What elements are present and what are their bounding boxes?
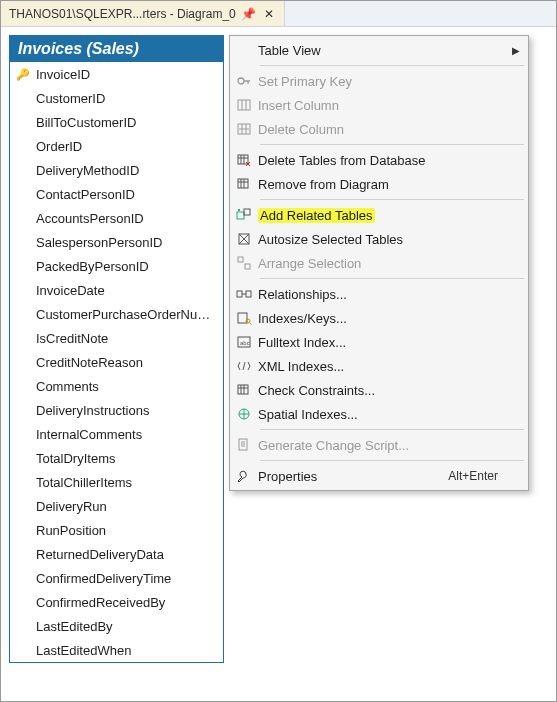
highlight: Add Related Tables	[258, 208, 375, 223]
separator	[260, 460, 524, 461]
column-list: 🔑InvoiceIDCustomerIDBillToCustomerIDOrde…	[10, 62, 223, 662]
column-name: IsCreditNote	[36, 331, 217, 346]
column-name: ConfirmedDeliveryTime	[36, 571, 217, 586]
column-row[interactable]: ContactPersonID	[10, 182, 223, 206]
column-row[interactable]: CreditNoteReason	[10, 350, 223, 374]
primary-key-icon: 🔑	[16, 68, 30, 81]
column-name: AccountsPersonID	[36, 211, 217, 226]
context-menu: Table View ▶ Set Primary Key Insert Colu…	[229, 35, 529, 491]
column-row[interactable]: CustomerID	[10, 86, 223, 110]
column-row[interactable]: DeliveryRun	[10, 494, 223, 518]
menu-autosize-tables[interactable]: Autosize Selected Tables	[230, 227, 528, 251]
separator	[260, 199, 524, 200]
svg-rect-1	[238, 100, 250, 110]
column-row[interactable]: InvoiceDate	[10, 278, 223, 302]
autosize-icon	[230, 231, 258, 247]
column-name: ReturnedDeliveryData	[36, 547, 217, 562]
column-row[interactable]: SalespersonPersonID	[10, 230, 223, 254]
tab-bar: THANOS01\SQLEXPR...rters - Diagram_0 📌 ✕	[1, 1, 556, 27]
menu-relationships[interactable]: Relationships...	[230, 282, 528, 306]
menu-set-primary-key: Set Primary Key	[230, 69, 528, 93]
menu-remove-from-diagram[interactable]: Remove from Diagram	[230, 172, 528, 196]
menu-label: Table View	[258, 43, 498, 58]
menu-label: XML Indexes...	[258, 359, 498, 374]
remove-table-icon	[230, 176, 258, 192]
menu-spatial-indexes[interactable]: Spatial Indexes...	[230, 402, 528, 426]
svg-rect-8	[238, 257, 243, 262]
column-row[interactable]: RunPosition	[10, 518, 223, 542]
column-name: TotalChillerItems	[36, 475, 217, 490]
menu-xml-indexes[interactable]: XML Indexes...	[230, 354, 528, 378]
check-icon	[230, 382, 258, 398]
menu-delete-column: Delete Column	[230, 117, 528, 141]
column-name: ContactPersonID	[36, 187, 217, 202]
svg-rect-4	[238, 179, 248, 188]
menu-label: Remove from Diagram	[258, 177, 498, 192]
column-row[interactable]: PackedByPersonID	[10, 254, 223, 278]
menu-label: Insert Column	[258, 98, 498, 113]
column-name: OrderID	[36, 139, 217, 154]
column-name: TotalDryItems	[36, 451, 217, 466]
column-name: BillToCustomerID	[36, 115, 217, 130]
column-row[interactable]: DeliveryMethodID	[10, 158, 223, 182]
column-row[interactable]: TotalChillerItems	[10, 470, 223, 494]
svg-rect-11	[246, 291, 251, 297]
menu-label: Fulltext Index...	[258, 335, 498, 350]
menu-indexes-keys[interactable]: Indexes/Keys...	[230, 306, 528, 330]
column-name: SalespersonPersonID	[36, 235, 217, 250]
column-name: DeliveryMethodID	[36, 163, 217, 178]
menu-label: Relationships...	[258, 287, 498, 302]
column-row[interactable]: LastEditedWhen	[10, 638, 223, 662]
document-tab[interactable]: THANOS01\SQLEXPR...rters - Diagram_0 📌 ✕	[1, 1, 285, 26]
svg-rect-6	[244, 209, 250, 215]
pin-icon[interactable]: 📌	[242, 7, 256, 21]
menu-delete-tables[interactable]: Delete Tables from Database	[230, 148, 528, 172]
table-card-invoices[interactable]: Invoices (Sales) 🔑InvoiceIDCustomerIDBil…	[9, 35, 224, 663]
add-related-icon	[230, 207, 258, 223]
menu-properties[interactable]: Properties Alt+Enter	[230, 464, 528, 488]
menu-label: Indexes/Keys...	[258, 311, 498, 326]
shortcut-text: Alt+Enter	[448, 469, 498, 483]
column-name: CreditNoteReason	[36, 355, 217, 370]
relationships-icon	[230, 286, 258, 302]
svg-text:abc: abc	[240, 340, 250, 346]
column-row[interactable]: 🔑InvoiceID	[10, 62, 223, 86]
menu-label: Check Constraints...	[258, 383, 498, 398]
key-icon	[230, 73, 258, 89]
column-row[interactable]: ConfirmedDeliveryTime	[10, 566, 223, 590]
column-row[interactable]: TotalDryItems	[10, 446, 223, 470]
menu-label: Add Related Tables	[258, 208, 498, 223]
menu-fulltext-index[interactable]: abc Fulltext Index...	[230, 330, 528, 354]
column-row[interactable]: BillToCustomerID	[10, 110, 223, 134]
menu-arrange-selection: Arrange Selection	[230, 251, 528, 275]
svg-rect-16	[238, 385, 248, 394]
column-row[interactable]: OrderID	[10, 134, 223, 158]
menu-label: Generate Change Script...	[258, 438, 498, 453]
column-row[interactable]: InternalComments	[10, 422, 223, 446]
svg-rect-9	[245, 264, 250, 269]
menu-table-view[interactable]: Table View ▶	[230, 38, 528, 62]
column-row[interactable]: ReturnedDeliveryData	[10, 542, 223, 566]
menu-check-constraints[interactable]: Check Constraints...	[230, 378, 528, 402]
menu-add-related-tables[interactable]: Add Related Tables	[230, 203, 528, 227]
column-name: CustomerPurchaseOrderNumber	[36, 307, 217, 322]
column-row[interactable]: ConfirmedReceivedBy	[10, 590, 223, 614]
menu-label: Delete Column	[258, 122, 498, 137]
svg-rect-10	[237, 291, 242, 297]
chevron-right-icon: ▶	[512, 45, 520, 56]
column-row[interactable]: AccountsPersonID	[10, 206, 223, 230]
menu-generate-change-script: Generate Change Script...	[230, 433, 528, 457]
column-name: LastEditedBy	[36, 619, 217, 634]
column-row[interactable]: DeliveryInstructions	[10, 398, 223, 422]
column-name: ConfirmedReceivedBy	[36, 595, 217, 610]
delete-column-icon	[230, 121, 258, 137]
diagram-canvas[interactable]: Invoices (Sales) 🔑InvoiceIDCustomerIDBil…	[1, 27, 556, 701]
column-row[interactable]: IsCreditNote	[10, 326, 223, 350]
column-row[interactable]: LastEditedBy	[10, 614, 223, 638]
column-name: DeliveryInstructions	[36, 403, 217, 418]
close-icon[interactable]: ✕	[262, 7, 276, 21]
column-row[interactable]: Comments	[10, 374, 223, 398]
column-name: LastEditedWhen	[36, 643, 217, 658]
wrench-icon	[230, 468, 258, 484]
column-row[interactable]: CustomerPurchaseOrderNumber	[10, 302, 223, 326]
